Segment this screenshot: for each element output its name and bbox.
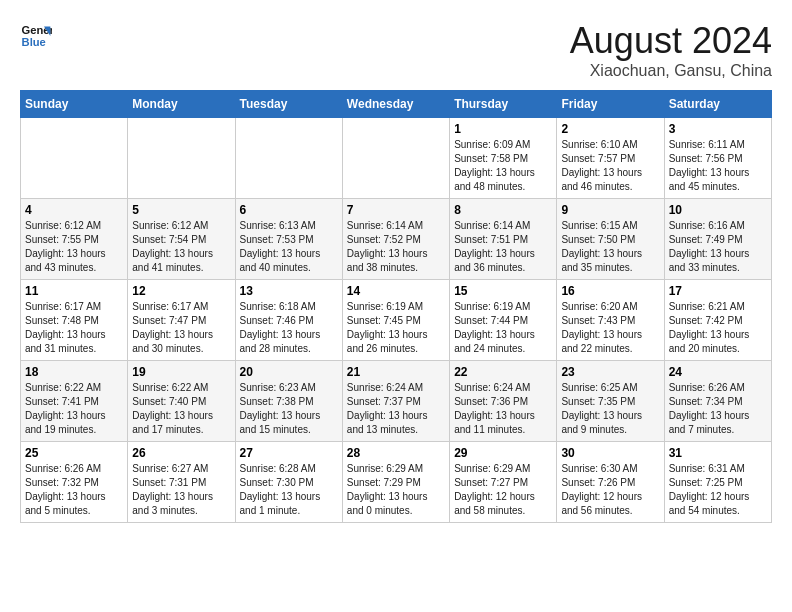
calendar-cell: 21Sunrise: 6:24 AM Sunset: 7:37 PM Dayli…	[342, 361, 449, 442]
calendar-cell: 27Sunrise: 6:28 AM Sunset: 7:30 PM Dayli…	[235, 442, 342, 523]
calendar-week-4: 18Sunrise: 6:22 AM Sunset: 7:41 PM Dayli…	[21, 361, 772, 442]
calendar-cell: 24Sunrise: 6:26 AM Sunset: 7:34 PM Dayli…	[664, 361, 771, 442]
calendar-cell: 9Sunrise: 6:15 AM Sunset: 7:50 PM Daylig…	[557, 199, 664, 280]
day-number: 19	[132, 365, 230, 379]
day-number: 21	[347, 365, 445, 379]
day-number: 9	[561, 203, 659, 217]
calendar-cell: 7Sunrise: 6:14 AM Sunset: 7:52 PM Daylig…	[342, 199, 449, 280]
day-info: Sunrise: 6:22 AM Sunset: 7:40 PM Dayligh…	[132, 381, 230, 437]
day-info: Sunrise: 6:22 AM Sunset: 7:41 PM Dayligh…	[25, 381, 123, 437]
day-info: Sunrise: 6:19 AM Sunset: 7:44 PM Dayligh…	[454, 300, 552, 356]
weekday-header-wednesday: Wednesday	[342, 91, 449, 118]
calendar-cell: 16Sunrise: 6:20 AM Sunset: 7:43 PM Dayli…	[557, 280, 664, 361]
day-number: 6	[240, 203, 338, 217]
day-number: 4	[25, 203, 123, 217]
calendar-cell: 30Sunrise: 6:30 AM Sunset: 7:26 PM Dayli…	[557, 442, 664, 523]
day-number: 2	[561, 122, 659, 136]
calendar-cell: 20Sunrise: 6:23 AM Sunset: 7:38 PM Dayli…	[235, 361, 342, 442]
weekday-header-sunday: Sunday	[21, 91, 128, 118]
day-info: Sunrise: 6:26 AM Sunset: 7:32 PM Dayligh…	[25, 462, 123, 518]
calendar-week-2: 4Sunrise: 6:12 AM Sunset: 7:55 PM Daylig…	[21, 199, 772, 280]
day-info: Sunrise: 6:10 AM Sunset: 7:57 PM Dayligh…	[561, 138, 659, 194]
page-header: General Blue August 2024 Xiaochuan, Gans…	[20, 20, 772, 80]
calendar-week-3: 11Sunrise: 6:17 AM Sunset: 7:48 PM Dayli…	[21, 280, 772, 361]
calendar-cell: 19Sunrise: 6:22 AM Sunset: 7:40 PM Dayli…	[128, 361, 235, 442]
weekday-header-tuesday: Tuesday	[235, 91, 342, 118]
calendar-cell: 22Sunrise: 6:24 AM Sunset: 7:36 PM Dayli…	[450, 361, 557, 442]
day-info: Sunrise: 6:25 AM Sunset: 7:35 PM Dayligh…	[561, 381, 659, 437]
calendar-week-1: 1Sunrise: 6:09 AM Sunset: 7:58 PM Daylig…	[21, 118, 772, 199]
calendar-cell: 4Sunrise: 6:12 AM Sunset: 7:55 PM Daylig…	[21, 199, 128, 280]
day-info: Sunrise: 6:14 AM Sunset: 7:52 PM Dayligh…	[347, 219, 445, 275]
day-number: 14	[347, 284, 445, 298]
calendar-cell: 25Sunrise: 6:26 AM Sunset: 7:32 PM Dayli…	[21, 442, 128, 523]
weekday-header-saturday: Saturday	[664, 91, 771, 118]
day-info: Sunrise: 6:30 AM Sunset: 7:26 PM Dayligh…	[561, 462, 659, 518]
svg-text:Blue: Blue	[22, 36, 46, 48]
calendar-table: SundayMondayTuesdayWednesdayThursdayFrid…	[20, 90, 772, 523]
day-number: 15	[454, 284, 552, 298]
day-number: 25	[25, 446, 123, 460]
day-number: 20	[240, 365, 338, 379]
logo-icon: General Blue	[20, 20, 52, 52]
calendar-cell: 17Sunrise: 6:21 AM Sunset: 7:42 PM Dayli…	[664, 280, 771, 361]
day-number: 30	[561, 446, 659, 460]
calendar-cell: 14Sunrise: 6:19 AM Sunset: 7:45 PM Dayli…	[342, 280, 449, 361]
month-title: August 2024	[570, 20, 772, 62]
day-number: 29	[454, 446, 552, 460]
calendar-cell: 8Sunrise: 6:14 AM Sunset: 7:51 PM Daylig…	[450, 199, 557, 280]
calendar-cell: 26Sunrise: 6:27 AM Sunset: 7:31 PM Dayli…	[128, 442, 235, 523]
calendar-cell	[235, 118, 342, 199]
day-number: 3	[669, 122, 767, 136]
day-info: Sunrise: 6:26 AM Sunset: 7:34 PM Dayligh…	[669, 381, 767, 437]
calendar-cell: 5Sunrise: 6:12 AM Sunset: 7:54 PM Daylig…	[128, 199, 235, 280]
calendar-cell: 1Sunrise: 6:09 AM Sunset: 7:58 PM Daylig…	[450, 118, 557, 199]
day-info: Sunrise: 6:12 AM Sunset: 7:54 PM Dayligh…	[132, 219, 230, 275]
day-info: Sunrise: 6:27 AM Sunset: 7:31 PM Dayligh…	[132, 462, 230, 518]
day-number: 31	[669, 446, 767, 460]
day-info: Sunrise: 6:12 AM Sunset: 7:55 PM Dayligh…	[25, 219, 123, 275]
day-info: Sunrise: 6:13 AM Sunset: 7:53 PM Dayligh…	[240, 219, 338, 275]
day-info: Sunrise: 6:16 AM Sunset: 7:49 PM Dayligh…	[669, 219, 767, 275]
day-info: Sunrise: 6:11 AM Sunset: 7:56 PM Dayligh…	[669, 138, 767, 194]
day-info: Sunrise: 6:21 AM Sunset: 7:42 PM Dayligh…	[669, 300, 767, 356]
logo: General Blue	[20, 20, 52, 52]
calendar-cell: 6Sunrise: 6:13 AM Sunset: 7:53 PM Daylig…	[235, 199, 342, 280]
calendar-cell: 13Sunrise: 6:18 AM Sunset: 7:46 PM Dayli…	[235, 280, 342, 361]
day-number: 27	[240, 446, 338, 460]
day-number: 26	[132, 446, 230, 460]
weekday-header-row: SundayMondayTuesdayWednesdayThursdayFrid…	[21, 91, 772, 118]
calendar-cell: 18Sunrise: 6:22 AM Sunset: 7:41 PM Dayli…	[21, 361, 128, 442]
day-number: 7	[347, 203, 445, 217]
calendar-cell: 31Sunrise: 6:31 AM Sunset: 7:25 PM Dayli…	[664, 442, 771, 523]
weekday-header-thursday: Thursday	[450, 91, 557, 118]
title-block: August 2024 Xiaochuan, Gansu, China	[570, 20, 772, 80]
calendar-cell: 2Sunrise: 6:10 AM Sunset: 7:57 PM Daylig…	[557, 118, 664, 199]
day-number: 24	[669, 365, 767, 379]
day-number: 28	[347, 446, 445, 460]
day-number: 23	[561, 365, 659, 379]
day-number: 22	[454, 365, 552, 379]
day-number: 10	[669, 203, 767, 217]
day-number: 8	[454, 203, 552, 217]
calendar-cell: 23Sunrise: 6:25 AM Sunset: 7:35 PM Dayli…	[557, 361, 664, 442]
day-info: Sunrise: 6:29 AM Sunset: 7:29 PM Dayligh…	[347, 462, 445, 518]
day-info: Sunrise: 6:18 AM Sunset: 7:46 PM Dayligh…	[240, 300, 338, 356]
day-info: Sunrise: 6:17 AM Sunset: 7:48 PM Dayligh…	[25, 300, 123, 356]
day-number: 1	[454, 122, 552, 136]
calendar-cell: 15Sunrise: 6:19 AM Sunset: 7:44 PM Dayli…	[450, 280, 557, 361]
day-number: 12	[132, 284, 230, 298]
day-info: Sunrise: 6:29 AM Sunset: 7:27 PM Dayligh…	[454, 462, 552, 518]
calendar-cell: 29Sunrise: 6:29 AM Sunset: 7:27 PM Dayli…	[450, 442, 557, 523]
day-info: Sunrise: 6:19 AM Sunset: 7:45 PM Dayligh…	[347, 300, 445, 356]
calendar-cell: 11Sunrise: 6:17 AM Sunset: 7:48 PM Dayli…	[21, 280, 128, 361]
day-info: Sunrise: 6:20 AM Sunset: 7:43 PM Dayligh…	[561, 300, 659, 356]
day-info: Sunrise: 6:09 AM Sunset: 7:58 PM Dayligh…	[454, 138, 552, 194]
day-number: 5	[132, 203, 230, 217]
calendar-cell: 28Sunrise: 6:29 AM Sunset: 7:29 PM Dayli…	[342, 442, 449, 523]
calendar-cell	[342, 118, 449, 199]
weekday-header-monday: Monday	[128, 91, 235, 118]
calendar-cell	[21, 118, 128, 199]
day-number: 13	[240, 284, 338, 298]
day-info: Sunrise: 6:23 AM Sunset: 7:38 PM Dayligh…	[240, 381, 338, 437]
